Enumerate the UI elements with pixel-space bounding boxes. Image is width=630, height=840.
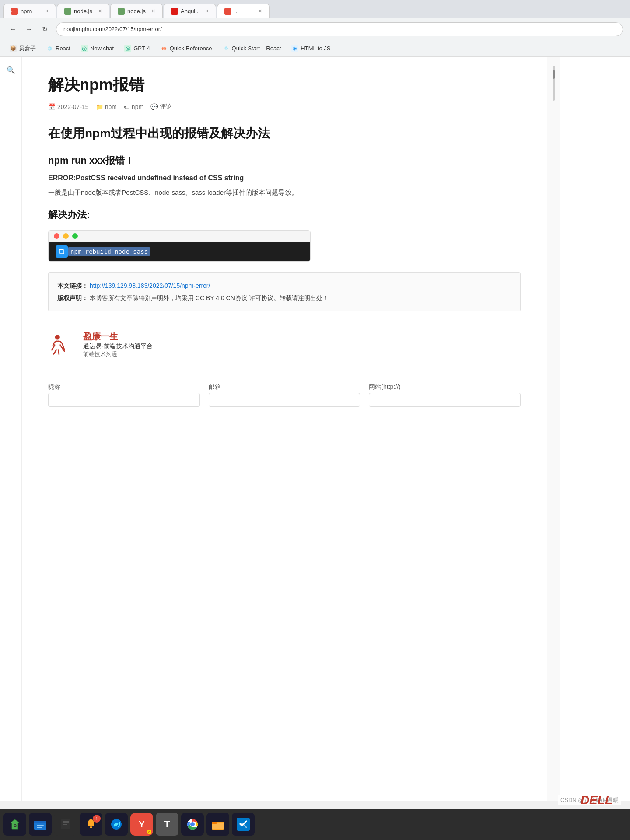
url-bar[interactable]: noujianghu.com/2022/07/15/npm-error/ bbox=[56, 22, 623, 36]
code-command[interactable]: npm rebuild node-sass bbox=[68, 247, 150, 256]
comment-form: 昵称 邮箱 网站(http://) bbox=[48, 376, 521, 407]
author-name: 盈康一生 bbox=[83, 331, 153, 343]
right-sidebar bbox=[547, 57, 560, 801]
dot-yellow[interactable] bbox=[63, 233, 69, 239]
bookmark-newchat[interactable]: ◎ New chat bbox=[77, 43, 118, 54]
calendar-icon: 📅 bbox=[48, 103, 56, 110]
website-input[interactable] bbox=[369, 393, 521, 407]
footer-link-row: 本文链接： http://139.129.98.183/2022/07/15/n… bbox=[57, 280, 511, 292]
tab-label-npm: npm bbox=[21, 8, 32, 14]
bookmark-quickstart[interactable]: ⚛ Quick Start – React bbox=[218, 43, 286, 54]
author-description: 前端技术沟通 bbox=[83, 350, 153, 358]
tag-icon: 🏷 bbox=[124, 103, 130, 110]
bookmark-toolbox[interactable]: 📦 员盒子 bbox=[5, 43, 40, 54]
scroll-thumb[interactable] bbox=[553, 70, 555, 79]
folder-icon: 📁 bbox=[96, 103, 103, 110]
website-label: 网站(http://) bbox=[369, 383, 521, 391]
author-logo bbox=[48, 332, 74, 358]
svg-point-3 bbox=[55, 335, 60, 340]
email-input[interactable] bbox=[209, 393, 360, 407]
svg-rect-17 bbox=[63, 824, 67, 825]
tab-icon-nodejs2 bbox=[118, 8, 125, 15]
sidebar-search-icon[interactable]: 🔍 bbox=[5, 64, 17, 76]
sidebar: 🔍 bbox=[0, 57, 22, 801]
meta-category: 📁 npm bbox=[96, 103, 117, 110]
nickname-label: 昵称 bbox=[48, 383, 200, 391]
footer-link-label: 本文链接： bbox=[57, 282, 88, 289]
taskbar-recycle-bin[interactable]: ♻ bbox=[4, 813, 26, 836]
bookmark-label-react: React bbox=[56, 45, 70, 52]
code-line-1: 1 npm rebuild node-sass bbox=[56, 247, 303, 256]
svg-rect-13 bbox=[37, 825, 44, 826]
url-text: noujianghu.com/2022/07/15/npm-error/ bbox=[63, 26, 162, 32]
bookmark-icon-newchat: ◎ bbox=[81, 45, 88, 52]
author-section: 盈康一生 通达易-前端技术沟通平台 前端技术沟通 bbox=[48, 322, 521, 367]
tab-close-nodejs1[interactable]: ✕ bbox=[98, 8, 102, 14]
taskbar-folder[interactable] bbox=[206, 813, 229, 836]
svg-rect-25 bbox=[212, 822, 217, 824]
taskbar-files[interactable] bbox=[29, 813, 52, 836]
bookmark-label-newchat: New chat bbox=[90, 45, 114, 52]
tab-angular[interactable]: Angul... ✕ bbox=[164, 4, 216, 18]
nav-buttons: ← → ↻ bbox=[7, 23, 51, 35]
nickname-input[interactable] bbox=[48, 393, 200, 407]
footer-copyright-row: 版权声明： 本博客所有文章除特别声明外，均采用 CC BY 4.0 CN协议 许… bbox=[57, 292, 511, 304]
bookmark-gpt4[interactable]: ◎ GPT-4 bbox=[120, 43, 154, 54]
taskbar-chrome[interactable] bbox=[181, 813, 204, 836]
section1-heading: npm run xxx报错！ bbox=[48, 154, 521, 167]
taskbar-edge[interactable] bbox=[105, 813, 128, 836]
tab-label-nodejs2: node.js bbox=[127, 8, 146, 14]
svg-rect-14 bbox=[37, 827, 42, 828]
article-category: npm bbox=[105, 103, 117, 110]
email-field-wrapper: 邮箱 bbox=[209, 383, 360, 407]
footer-link-url[interactable]: http://139.129.98.183/2022/07/15/npm-err… bbox=[90, 282, 210, 289]
svg-point-18 bbox=[90, 826, 92, 828]
error-label: ERROR:PostCSS received undefined instead… bbox=[48, 174, 521, 182]
tab-nodejs1[interactable]: node.js ✕ bbox=[57, 4, 109, 18]
code-block-header bbox=[49, 231, 310, 242]
bookmark-icon-toolbox: 📦 bbox=[10, 45, 17, 52]
tab-icon-npm: n bbox=[11, 8, 18, 15]
taskbar-dark-app[interactable] bbox=[54, 813, 77, 836]
tab-icon-active bbox=[224, 8, 231, 15]
tab-active[interactable]: ... ✕ bbox=[217, 4, 270, 18]
dot-green[interactable] bbox=[72, 233, 78, 239]
author-subtitle: 通达易-前端技术沟通平台 bbox=[83, 343, 153, 350]
footer-copyright-label: 版权声明： bbox=[57, 294, 88, 301]
dot-red[interactable] bbox=[54, 233, 60, 239]
svg-text:n: n bbox=[11, 9, 13, 13]
svg-rect-12 bbox=[34, 821, 39, 823]
taskbar-t-app[interactable]: T bbox=[156, 813, 178, 836]
tab-icon-angular bbox=[171, 8, 178, 15]
taskbar-notifications[interactable]: 1 bbox=[80, 813, 102, 836]
solution-heading: 解决办法: bbox=[48, 208, 521, 221]
tab-npm[interactable]: n npm ✕ bbox=[4, 4, 56, 18]
tab-label-active: ... bbox=[234, 8, 239, 14]
article-subtitle: 在使用npm过程中出现的报错及解决办法 bbox=[48, 125, 521, 142]
back-button[interactable]: ← bbox=[7, 23, 19, 35]
refresh-button[interactable]: ↻ bbox=[38, 23, 51, 35]
bookmark-htmltojs[interactable]: ◉ HTML to JS bbox=[287, 43, 335, 54]
dell-logo: DELL bbox=[581, 793, 612, 807]
comment-icon: 💬 bbox=[150, 103, 158, 110]
taskbar-vscode[interactable] bbox=[232, 813, 255, 836]
bookmark-label-gpt4: GPT-4 bbox=[133, 45, 150, 52]
tab-nodejs2[interactable]: node.js ✕ bbox=[110, 4, 163, 18]
forward-button[interactable]: → bbox=[23, 23, 35, 35]
bookmark-quickref[interactable]: ❋ Quick Reference bbox=[156, 43, 217, 54]
meta-date: 📅 2022-07-15 bbox=[48, 103, 89, 110]
email-label: 邮箱 bbox=[209, 383, 360, 391]
scroll-indicator[interactable] bbox=[553, 66, 555, 101]
svg-rect-16 bbox=[63, 821, 69, 822]
tab-close-npm[interactable]: ✕ bbox=[45, 8, 49, 14]
tab-close-nodejs2[interactable]: ✕ bbox=[151, 8, 155, 14]
tab-close-active[interactable]: ✕ bbox=[258, 8, 262, 14]
tab-label-nodejs1: node.js bbox=[74, 8, 92, 14]
taskbar-youdao[interactable]: Y d bbox=[130, 813, 153, 836]
bookmark-label-quickstart: Quick Start – React bbox=[232, 45, 281, 52]
meta-comments[interactable]: 💬 评论 bbox=[150, 103, 172, 111]
browser-tabs: n npm ✕ node.js ✕ node.js ✕ Angul... ✕ .… bbox=[0, 0, 630, 18]
bookmark-react[interactable]: ⚛ React bbox=[42, 43, 75, 54]
copy-button[interactable] bbox=[56, 245, 68, 258]
tab-close-angular[interactable]: ✕ bbox=[205, 8, 209, 14]
